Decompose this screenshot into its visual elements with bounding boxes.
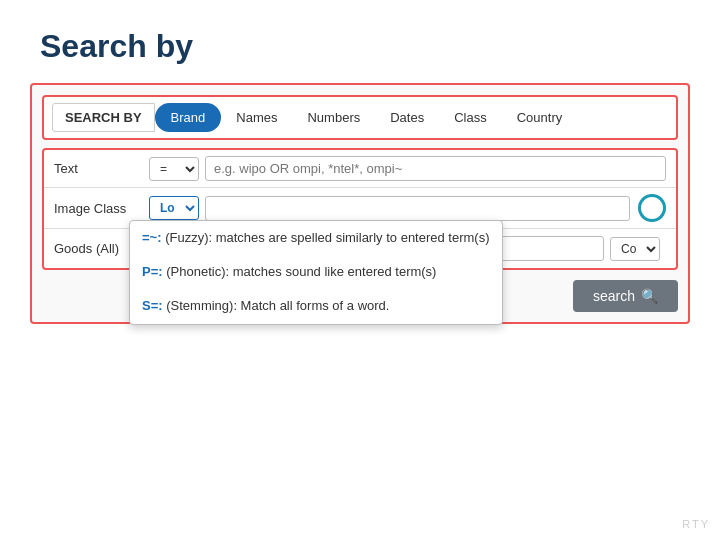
operator-dropdown: =~: (Fuzzy): matches are spelled similar… bbox=[129, 220, 503, 325]
image-class-row: Image Class Lo = =~ P= S= =~: (Fuzzy): m… bbox=[44, 188, 676, 229]
search-by-label: SEARCH BY bbox=[52, 103, 155, 132]
tab-dates[interactable]: Dates bbox=[375, 104, 439, 131]
tab-country[interactable]: Country bbox=[502, 104, 578, 131]
search-button-label: search bbox=[593, 288, 635, 304]
fuzzy-key: =~: bbox=[142, 230, 162, 245]
search-icon: 🔍 bbox=[641, 288, 658, 304]
watermark: RTY bbox=[682, 518, 710, 530]
tab-names[interactable]: Names bbox=[221, 104, 292, 131]
dropdown-item-phonetic[interactable]: P=: (Phonetic): matches sound like enter… bbox=[130, 255, 502, 289]
tab-brand[interactable]: Brand bbox=[155, 103, 222, 132]
dropdown-item-fuzzy[interactable]: =~: (Fuzzy): matches are spelled similar… bbox=[130, 221, 502, 255]
image-class-circle-icon[interactable] bbox=[638, 194, 666, 222]
image-class-input[interactable] bbox=[205, 196, 630, 221]
stemming-key: S=: bbox=[142, 298, 163, 313]
stemming-desc: (Stemming): Match all forms of a word. bbox=[166, 298, 389, 313]
tab-class[interactable]: Class bbox=[439, 104, 502, 131]
text-input[interactable] bbox=[205, 156, 666, 181]
phonetic-key: P=: bbox=[142, 264, 163, 279]
goods-sub-select[interactable]: Co All bbox=[610, 237, 660, 261]
fuzzy-desc: (Fuzzy): matches are spelled similarly t… bbox=[165, 230, 489, 245]
dropdown-item-stemming[interactable]: S=: (Stemming): Match all forms of a wor… bbox=[130, 289, 502, 323]
search-button[interactable]: search 🔍 bbox=[573, 280, 678, 312]
image-class-select[interactable]: Lo = =~ P= S= bbox=[149, 196, 199, 220]
image-class-label: Image Class bbox=[54, 201, 149, 216]
tabs-row: SEARCH BY Brand Names Numbers Dates Clas… bbox=[42, 95, 678, 140]
text-label: Text bbox=[54, 161, 149, 176]
form-area: Text = =~ P= S= Image Class Lo = =~ P= S… bbox=[42, 148, 678, 270]
page-title: Search by bbox=[0, 0, 720, 83]
tab-numbers[interactable]: Numbers bbox=[292, 104, 375, 131]
main-container: SEARCH BY Brand Names Numbers Dates Clas… bbox=[30, 83, 690, 324]
text-row: Text = =~ P= S= bbox=[44, 150, 676, 188]
text-operator-select[interactable]: = =~ P= S= bbox=[149, 157, 199, 181]
phonetic-desc: (Phonetic): matches sound like entered t… bbox=[166, 264, 436, 279]
